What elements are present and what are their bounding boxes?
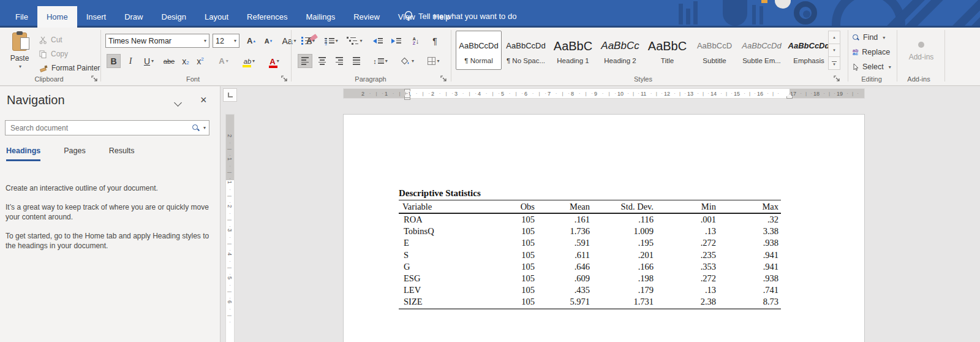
align-left-button[interactable] <box>298 54 312 68</box>
font-dialog-launcher[interactable] <box>281 75 288 83</box>
hanging-indent-marker[interactable] <box>404 93 410 100</box>
navigation-pane: Navigation × ▾ Headings Pages Results <box>0 86 221 342</box>
tab-stop-selector[interactable] <box>223 88 237 102</box>
replace-button[interactable]: ab ac Replace <box>853 48 890 56</box>
highlight-color-button[interactable]: ab ▾ <box>238 54 261 68</box>
font-family-combo[interactable]: Times New Romar ▾ <box>105 34 209 48</box>
chevron-down-icon[interactable]: ▾ <box>203 125 206 131</box>
font-size-value: 12 <box>216 37 232 45</box>
navigation-tab[interactable]: Results <box>109 146 135 161</box>
ribbon-tab[interactable]: Home <box>37 6 77 28</box>
ribbon-tab[interactable]: Mailings <box>297 6 345 28</box>
ribbon-tab[interactable]: Review <box>344 6 389 28</box>
cell-variable: SIZE <box>399 297 464 307</box>
grow-font-button[interactable]: A▴ <box>244 34 258 48</box>
font-color-button[interactable]: A ▾ <box>263 54 285 68</box>
vertical-ruler[interactable]: 2·|· 1·|· 1·|· 2·|· 3·|· 4·|· 5·| <box>225 114 235 342</box>
styles-scroll-down-button[interactable]: ▾ <box>828 44 840 57</box>
find-button[interactable]: Find ▾ <box>853 33 885 42</box>
cell-variable: E <box>399 238 464 248</box>
ribbon-tab[interactable]: Insert <box>77 6 116 28</box>
font-size-combo[interactable]: 12 ▾ <box>213 34 239 48</box>
style-preview: AaBbCc <box>601 36 639 56</box>
justify-button[interactable] <box>349 54 364 68</box>
document-page[interactable]: Descriptive Statistics Variable Obs Mean… <box>343 114 865 342</box>
navigation-collapse-chevron[interactable] <box>175 99 183 106</box>
title-bar: File Home Insert Draw Design <box>0 0 980 28</box>
add-ins-button[interactable]: Add-ins <box>899 32 943 70</box>
bold-button[interactable]: B <box>107 54 121 68</box>
table-header-row: Variable Obs Mean Std. Dev. Min Max <box>399 200 781 214</box>
style-item[interactable]: AaBbC Title <box>644 31 690 70</box>
column-header: Std. Dev. <box>590 202 654 212</box>
ribbon-tab[interactable]: Design <box>153 6 195 28</box>
cell-min: .272 <box>654 238 716 248</box>
tell-me-label: Tell me what you want to do <box>418 12 516 21</box>
sort-button[interactable]: A Z ↓ <box>408 34 424 48</box>
style-name: Subtitle <box>703 57 726 64</box>
shrink-font-button[interactable]: A▾ <box>261 34 276 48</box>
chevron-down-icon: ▾ <box>252 58 255 64</box>
ribbon-tab[interactable]: Draw <box>115 6 152 28</box>
superscript-button[interactable]: x2 <box>194 54 207 68</box>
paste-button[interactable]: Paste ▾ <box>5 32 34 74</box>
paragraph-dialog-launcher[interactable] <box>440 75 448 83</box>
strikethrough-button[interactable]: abe <box>160 54 178 68</box>
text-effects-button[interactable]: A▾ <box>213 54 234 68</box>
increase-indent-button[interactable] <box>388 34 404 48</box>
show-formatting-button[interactable]: ¶ <box>428 34 442 48</box>
multilevel-list-icon <box>347 37 358 45</box>
align-center-button[interactable] <box>315 54 330 68</box>
cell-std-dev: .201 <box>590 250 654 260</box>
style-item[interactable]: AaBbC Heading 1 <box>550 31 596 70</box>
navigation-close-button[interactable]: × <box>200 94 207 106</box>
navigation-tab[interactable]: Pages <box>64 146 85 161</box>
multilevel-list-button[interactable]: ▾ <box>344 34 365 48</box>
underline-button[interactable]: U▾ <box>138 54 159 68</box>
search-input[interactable] <box>6 124 192 132</box>
cut-button[interactable]: Cut <box>39 34 62 46</box>
style-item[interactable]: AaBbCcDd Subtle Em... <box>739 31 785 70</box>
style-item[interactable]: AaBbCcDd Emphasis <box>786 31 832 70</box>
navigation-hint-text: It’s a great way to keep track of where … <box>6 202 211 222</box>
ribbon-tab[interactable]: References <box>238 6 296 28</box>
change-case-button[interactable]: Aa▾ <box>279 34 300 48</box>
select-button[interactable]: Select ▾ <box>853 63 891 71</box>
cell-obs: 105 <box>464 297 535 307</box>
search-icon[interactable] <box>192 124 200 132</box>
italic-button[interactable]: I <box>124 54 137 68</box>
style-item[interactable]: AaBbCcDd ¶ No Spac... <box>503 31 549 70</box>
style-item[interactable]: AaBbCc Heading 2 <box>597 31 643 70</box>
styles-scroll-up-button[interactable]: ▴ <box>828 31 840 44</box>
ribbon-tab[interactable]: Layout <box>195 6 238 28</box>
navigation-tab[interactable]: Headings <box>6 146 40 161</box>
tell-me-box[interactable]: Tell me what you want to do <box>404 6 516 26</box>
style-item[interactable]: AaBbCcD Subtitle <box>692 31 737 70</box>
subscript-button[interactable]: x2 <box>179 54 192 68</box>
numbering-button[interactable]: 1 2 3 ▾ <box>321 34 342 48</box>
scissors-icon <box>39 36 47 44</box>
format-painter-button[interactable]: Format Painter <box>39 62 100 74</box>
paste-label: Paste <box>10 54 29 63</box>
bullets-button[interactable]: ▾ <box>298 34 318 48</box>
clipboard-dialog-launcher[interactable] <box>91 75 99 83</box>
numbered-list-icon: 1 2 3 <box>325 38 334 44</box>
ribbon-tab[interactable]: File <box>6 6 37 28</box>
copy-button[interactable]: Copy <box>39 48 68 60</box>
right-indent-marker[interactable] <box>786 94 793 99</box>
style-preview: AaBbCcDd <box>788 36 830 56</box>
horizontal-ruler[interactable]: 2·|· 1·|· 1·|· 2·|· 3·|· 4·|· 5·|· 6·|· <box>343 88 865 99</box>
navigation-hint-text: Create an interactive outline of your do… <box>6 183 211 193</box>
titlebar-art <box>752 5 756 25</box>
style-item[interactable]: AaBbCcDd ¶ Normal <box>456 31 502 70</box>
decrease-indent-button[interactable] <box>370 34 386 48</box>
align-right-button[interactable] <box>332 54 347 68</box>
cell-std-dev: 1.731 <box>590 297 654 307</box>
borders-button[interactable]: ▾ <box>423 54 445 68</box>
line-spacing-button[interactable]: ↕ ▾ <box>369 54 392 68</box>
column-header: Min <box>654 202 716 212</box>
avatar[interactable] <box>775 0 791 9</box>
cell-std-dev: .195 <box>590 238 654 248</box>
shading-button[interactable]: ▾ <box>396 54 419 68</box>
styles-more-button[interactable]: ▾ <box>828 57 840 70</box>
